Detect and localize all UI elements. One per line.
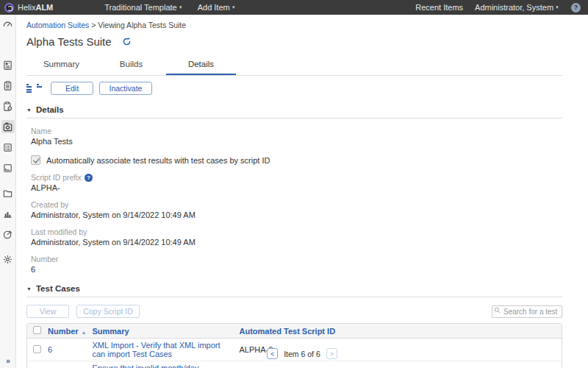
column-header-number[interactable]: Number▲ bbox=[45, 324, 90, 339]
test-case-search bbox=[492, 304, 562, 318]
app-brand: HelixALM bbox=[0, 3, 60, 13]
sidebar-item-issues[interactable] bbox=[1, 141, 15, 154]
sidebar-item-metrics[interactable] bbox=[1, 227, 15, 241]
edit-button[interactable]: Edit bbox=[51, 82, 93, 95]
copy-script-id-button[interactable]: Copy Script ID bbox=[76, 305, 140, 318]
test-cases-toolbar: View Copy Script ID bbox=[26, 304, 562, 318]
sidebar-item-requirements[interactable] bbox=[1, 161, 15, 174]
collapse-triangle-icon: ▼ bbox=[26, 107, 32, 113]
field-name: Name Alpha Tests bbox=[26, 127, 562, 146]
chevron-down-icon: ▼ bbox=[232, 5, 236, 10]
field-created-by: Created by Administrator, System on 9/14… bbox=[26, 200, 562, 219]
column-header-summary[interactable]: Summary bbox=[90, 324, 237, 339]
pagination-label: Item 6 of 6 bbox=[284, 350, 320, 358]
test-case-number-link[interactable]: 30 bbox=[45, 361, 90, 368]
view-button[interactable]: View bbox=[26, 305, 69, 318]
folder-icon bbox=[2, 188, 13, 199]
clipboard-icon bbox=[2, 80, 13, 91]
gear-icon bbox=[2, 254, 13, 265]
brand-name: HelixALM bbox=[18, 3, 53, 12]
sidebar-item-dashboard[interactable] bbox=[1, 17, 15, 30]
script-prefix-help-icon[interactable]: ? bbox=[85, 174, 93, 182]
page-title: Alpha Tests Suite bbox=[26, 35, 112, 48]
inactivate-button[interactable]: Inactivate bbox=[99, 82, 152, 95]
sort-asc-icon: ▲ bbox=[82, 330, 87, 335]
field-script-prefix: Script ID prefix ? ALPHA- bbox=[26, 173, 562, 192]
field-number: Number 6 bbox=[26, 255, 562, 274]
tab-summary[interactable]: Summary bbox=[26, 55, 96, 75]
add-item-menu[interactable]: Add Item ▼ bbox=[190, 0, 243, 15]
page-toolbar: Edit Inactivate bbox=[26, 82, 562, 95]
tab-bar: Summary Builds Details bbox=[26, 55, 562, 76]
test-case-summary-link[interactable]: Ensure that invalid month/day combinatio… bbox=[90, 361, 237, 368]
sidebar-expand-button[interactable]: » bbox=[6, 357, 10, 365]
clipboard-gear-icon bbox=[2, 101, 13, 112]
pagination: < Item 6 of 6 > bbox=[16, 348, 588, 359]
next-item-button[interactable]: > bbox=[326, 348, 337, 359]
sidebar-item-test-cases[interactable] bbox=[1, 79, 15, 92]
breadcrumb-current: Viewing Alpha Tests Suite bbox=[98, 21, 186, 29]
help-icon[interactable]: ? bbox=[571, 3, 581, 13]
sidebar-item-test-runs[interactable] bbox=[1, 99, 15, 113]
field-modified-by: Last modified by Administrator, System o… bbox=[26, 227, 562, 247]
sidebar-item-settings[interactable] bbox=[1, 252, 15, 266]
sidebar-item-reports[interactable] bbox=[1, 207, 15, 220]
collapse-triangle-icon: ▼ bbox=[26, 286, 32, 291]
gauge-icon bbox=[2, 18, 13, 29]
column-header-script-id[interactable]: Automated Test Script ID bbox=[237, 324, 562, 339]
list-icon bbox=[2, 142, 13, 153]
test-case-script-id: ALPHA-30 bbox=[237, 361, 562, 368]
chevron-down-icon: ▼ bbox=[555, 5, 559, 10]
chevron-down-icon: ▼ bbox=[179, 5, 183, 10]
table-row: 30 Ensure that invalid month/day combina… bbox=[27, 361, 562, 368]
sidebar-item-automation-suites[interactable] bbox=[1, 120, 15, 133]
prev-item-button[interactable]: < bbox=[267, 348, 278, 359]
user-menu[interactable]: Administrator, System ▼ bbox=[475, 0, 559, 15]
automation-suite-gear-icon bbox=[2, 121, 13, 132]
table-header-row: Number▲ Summary Automated Test Script ID bbox=[27, 324, 562, 339]
test-cases-section-title: Test Cases bbox=[36, 284, 80, 293]
auto-associate-label: Automatically associate test results wit… bbox=[46, 156, 270, 165]
sidebar-item-documents[interactable] bbox=[1, 58, 15, 71]
tab-details[interactable]: Details bbox=[166, 55, 236, 75]
main-area: Automation Suites > Viewing Alpha Tests … bbox=[16, 15, 588, 368]
details-section-title: Details bbox=[36, 105, 64, 114]
test-cases-section-header[interactable]: ▼ Test Cases bbox=[26, 284, 562, 297]
breadcrumb-separator: > bbox=[91, 21, 98, 29]
sidebar-item-folders[interactable] bbox=[1, 186, 15, 199]
bar-chart-icon bbox=[2, 208, 13, 219]
helix-logo-icon bbox=[4, 3, 14, 13]
auto-associate-checkbox[interactable] bbox=[31, 155, 40, 165]
tab-builds[interactable]: Builds bbox=[96, 55, 166, 75]
breadcrumb: Automation Suites > Viewing Alpha Tests … bbox=[26, 21, 562, 29]
auto-associate-row: Automatically associate test results wit… bbox=[26, 155, 562, 165]
gauge-pencil-icon bbox=[2, 229, 13, 240]
document-underline-icon bbox=[2, 163, 13, 174]
top-bar: HelixALM Traditional Template ▼ Add Item… bbox=[0, 0, 588, 15]
recent-items-link[interactable]: Recent Items bbox=[415, 3, 463, 12]
search-input[interactable] bbox=[492, 305, 562, 318]
breadcrumb-automation-suites-link[interactable]: Automation Suites bbox=[26, 21, 89, 29]
details-section-header[interactable]: ▼ Details bbox=[26, 105, 562, 118]
expand-all-sections-icon[interactable] bbox=[26, 84, 32, 93]
refresh-icon[interactable] bbox=[122, 37, 132, 46]
document-icon bbox=[2, 60, 13, 71]
test-cases-table: Number▲ Summary Automated Test Script ID… bbox=[26, 323, 562, 368]
left-sidebar: » bbox=[0, 15, 16, 368]
template-menu[interactable]: Traditional Template ▼ bbox=[97, 0, 190, 15]
select-all-checkbox[interactable] bbox=[33, 326, 41, 334]
search-icon bbox=[494, 307, 501, 314]
collapse-all-sections-icon[interactable] bbox=[37, 84, 42, 88]
